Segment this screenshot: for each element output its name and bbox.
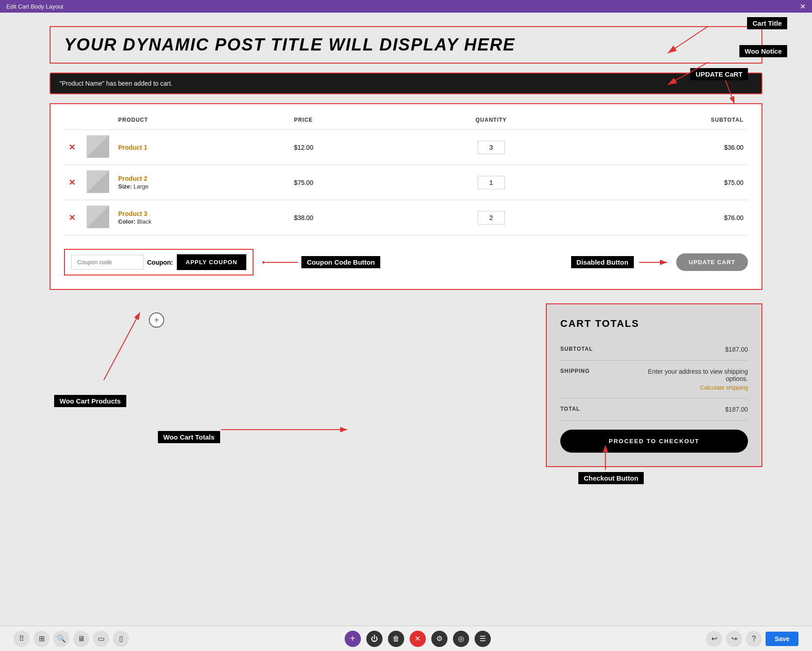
woo-cart-products-label: Woo Cart Products <box>54 395 126 407</box>
coupon-annotation: Coupon Code Button <box>263 256 380 268</box>
table-row: ✕ Product 1 $12.00 $36.00 <box>64 130 748 165</box>
toolbar-center: + ⏻ 🗑 ✕ ⚙ ◎ ☰ <box>345 631 491 647</box>
product-subtotal: $76.00 <box>575 200 748 235</box>
product-thumbnail <box>87 135 109 158</box>
total-row: TOTAL $187.00 <box>560 399 748 421</box>
checkout-button-label: Checkout Button <box>578 472 644 484</box>
cart-totals-title: CART TOTALS <box>560 318 748 330</box>
product-variant: Color: Black <box>118 218 285 225</box>
woo-cart-totals-annotation: Woo Cart Totals <box>158 431 220 443</box>
total-value: $187.00 <box>725 406 748 413</box>
checkout-annotation: Checkout Button <box>578 445 644 484</box>
close-button[interactable]: ✕ <box>410 631 426 647</box>
mobile-icon[interactable]: ▯ <box>113 631 129 647</box>
col-subtotal: SUBTOTAL <box>575 113 748 130</box>
col-quantity: QUANTITY <box>407 113 575 130</box>
subtotal-row: SUBTOTAL $187.00 <box>560 339 748 361</box>
svg-line-11 <box>104 312 140 380</box>
layout-icon[interactable]: ⊞ <box>33 631 50 647</box>
shipping-text: Enter your address to view shipping opti… <box>648 368 748 382</box>
coupon-row: Coupon: APPLY COUPON Coupon Code <box>64 244 748 275</box>
bottom-left: + Woo Cart Products Woo Cart Totals <box>50 299 546 479</box>
woo-notice-annotation: Woo Notice <box>739 45 787 57</box>
shipping-row: SHIPPING Enter your address to view ship… <box>560 361 748 399</box>
coupon-section: Coupon: APPLY COUPON <box>64 249 254 275</box>
menu-icon[interactable]: ☰ <box>475 631 491 647</box>
subtotal-value: $187.00 <box>725 346 748 353</box>
col-product: PRODUCT <box>114 113 290 130</box>
toolbar-left: ⠿ ⊞ 🔍 🖥 ▭ ▯ <box>14 631 129 647</box>
product-price: $75.00 <box>290 165 407 200</box>
search-icon[interactable]: 🔍 <box>53 631 69 647</box>
remove-icon[interactable]: ✕ <box>69 143 75 152</box>
apply-coupon-button[interactable]: APPLY COUPON <box>177 254 247 270</box>
main-content: Cart Title Woo Notice YOUR DYNAMIC POST … <box>0 13 812 493</box>
shipping-info: Enter your address to view shipping opti… <box>631 368 748 391</box>
woo-cart-products-annotation: Woo Cart Products <box>54 395 126 407</box>
bottom-toolbar: ⠿ ⊞ 🔍 🖥 ▭ ▯ + ⏻ 🗑 ✕ ⚙ ◎ ☰ ↩ ↪ ? Save <box>0 626 812 651</box>
product-subtotal: $36.00 <box>575 130 748 165</box>
disabled-button-label: Disabled Button <box>571 256 634 268</box>
table-row: ✕ Product 2 Size: Large $75.00 $75.00 <box>64 165 748 200</box>
power-icon[interactable]: ⏻ <box>366 631 383 647</box>
top-bar-title: Edit Cart Body Layout <box>6 3 63 10</box>
cart-totals-container: CART TOTALS SUBTOTAL $187.00 SHIPPING En… <box>546 299 762 479</box>
checkout-btn-container: PROCEED TO CHECKOUT Checkout <box>560 421 748 453</box>
svg-line-9 <box>725 80 734 104</box>
quantity-input[interactable] <box>478 141 505 154</box>
cart-table: PRODUCT PRICE QUANTITY SUBTOTAL ✕ Produc… <box>64 113 748 235</box>
add-element-button[interactable]: + <box>345 631 361 647</box>
toolbar-right: ↩ ↪ ? Save <box>706 631 798 647</box>
product-name: Product 3 <box>118 210 148 217</box>
update-cart-button[interactable]: UPDATE CART <box>676 253 748 271</box>
coupon-input[interactable] <box>71 255 143 270</box>
cart-totals-box: CART TOTALS SUBTOTAL $187.00 SHIPPING En… <box>546 303 762 467</box>
tablet-icon[interactable]: ▭ <box>93 631 109 647</box>
dynamic-title-text: YOUR DYNAMIC POST TITLE WILL DISPLAY HER… <box>64 35 515 54</box>
col-price: PRICE <box>290 113 407 130</box>
history-icon[interactable]: ↩ <box>706 631 722 647</box>
product-thumbnail <box>87 206 109 228</box>
bottom-section: + Woo Cart Products Woo Cart Totals <box>50 299 762 479</box>
desktop-icon[interactable]: 🖥 <box>73 631 89 647</box>
update-cart-section: Disabled Button UPDATE CART <box>571 253 748 271</box>
product-price: $12.00 <box>290 130 407 165</box>
top-bar: Edit Cart Body Layout ✕ <box>0 0 812 13</box>
remove-icon[interactable]: ✕ <box>69 178 75 187</box>
trash-icon[interactable]: 🗑 <box>388 631 404 647</box>
shipping-label: SHIPPING <box>560 368 590 374</box>
add-section-button[interactable]: + <box>149 312 164 328</box>
product-name: Product 2 <box>118 175 148 182</box>
woo-cart-totals-label: Woo Cart Totals <box>158 431 220 443</box>
product-name: Product 1 <box>118 144 148 151</box>
quantity-input[interactable] <box>478 176 505 189</box>
update-cart-label: UPDATE CaRT <box>690 68 748 80</box>
coupon-code-button-label: Coupon Code Button <box>301 256 380 268</box>
settings-icon[interactable]: ⚙ <box>431 631 448 647</box>
total-label: TOTAL <box>560 406 580 412</box>
update-cart-annotation: UPDATE CaRT <box>690 68 748 107</box>
notice-bar: "Product Name" has been added to cart. <box>50 73 762 94</box>
woo-notice-label: Woo Notice <box>739 45 787 57</box>
product-thumbnail <box>87 170 109 193</box>
remove-icon[interactable]: ✕ <box>69 213 75 222</box>
calculate-shipping-link[interactable]: Calculate shipping <box>631 384 748 391</box>
product-price: $38.00 <box>290 200 407 235</box>
redo-icon[interactable]: ↪ <box>726 631 742 647</box>
dynamic-title-box: YOUR DYNAMIC POST TITLE WILL DISPLAY HER… <box>50 26 762 64</box>
circle-icon[interactable]: ◎ <box>453 631 469 647</box>
product-subtotal: $75.00 <box>575 165 748 200</box>
cart-products-box: PRODUCT PRICE QUANTITY SUBTOTAL ✕ Produc… <box>50 103 762 290</box>
grid-icon[interactable]: ⠿ <box>14 631 30 647</box>
cart-title-annotation: Cart Title <box>747 17 787 29</box>
coupon-label: Coupon: <box>147 259 173 266</box>
quantity-input[interactable] <box>478 211 505 225</box>
cart-title-label: Cart Title <box>747 17 787 29</box>
product-variant: Size: Large <box>118 183 285 190</box>
info-icon[interactable]: ? <box>746 631 762 647</box>
save-button[interactable]: Save <box>766 632 798 646</box>
subtotal-label: SUBTOTAL <box>560 346 593 352</box>
notice-text: "Product Name" has been added to cart. <box>60 80 172 87</box>
table-row: ✕ Product 3 Color: Black $38.00 $76.00 <box>64 200 748 235</box>
close-icon[interactable]: ✕ <box>800 2 806 11</box>
